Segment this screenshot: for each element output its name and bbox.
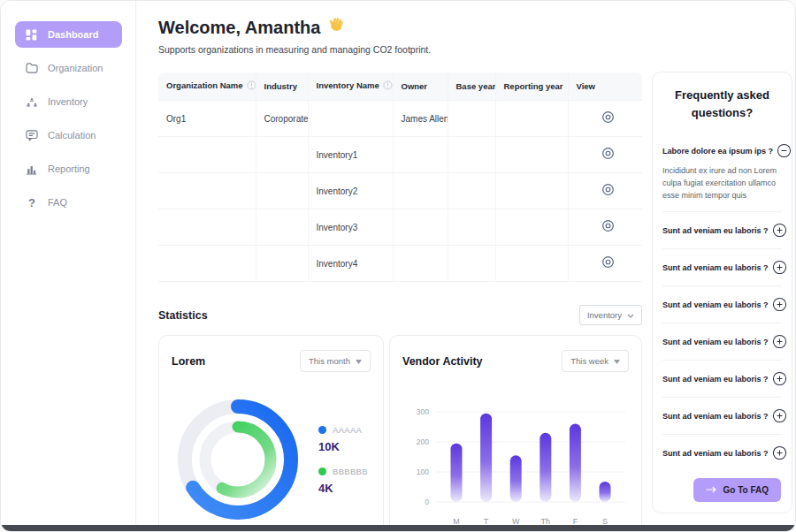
info-circle-icon[interactable]: [247, 80, 256, 92]
faq-question[interactable]: Labore dolore ea ipsum ips ?: [662, 133, 782, 169]
column-header-organization-name: Organization Name: [158, 72, 256, 101]
chevron-down-icon: [627, 310, 634, 320]
sidebar-item-faq[interactable]: ?FAQ: [15, 189, 122, 216]
sitemap-icon: [25, 96, 38, 108]
table-header-row: Organization NameIndustryInventory NameO…: [158, 72, 642, 101]
organizations-table: Organization NameIndustryInventory NameO…: [158, 72, 642, 282]
faq-item: Labore dolore ea ipsum ips ?Incididunt e…: [662, 133, 782, 202]
table-cell-base-year: [448, 101, 495, 137]
vendor-activity-card: Vendor Activity This week 0100200300MTWT…: [389, 335, 642, 532]
table-cell-reporting-year: [495, 246, 568, 282]
statistics-filter-dropdown[interactable]: Inventory: [579, 305, 642, 325]
faq-question[interactable]: Sunt ad veniam eu laboris ?: [662, 361, 782, 397]
view-button[interactable]: [601, 219, 615, 235]
table-cell-industry: [256, 173, 308, 209]
table-cell-owner: [393, 246, 448, 282]
plus-circle-icon[interactable]: [772, 334, 787, 349]
table-cell-owner: [393, 137, 448, 173]
go-to-faq-button[interactable]: Go To FAQ: [693, 478, 781, 502]
sidebar-item-reporting[interactable]: Reporting: [15, 156, 122, 182]
sidebar-item-organization[interactable]: Organization: [15, 55, 122, 81]
svg-text:?: ?: [28, 196, 35, 209]
donut-period-label: This month: [309, 356, 350, 366]
bar: [570, 424, 581, 502]
donut-period-dropdown[interactable]: This month: [300, 350, 371, 372]
faq-answer: Incididunt ex irure ad non Lorem culpa f…: [662, 165, 782, 202]
table-cell-view: [568, 209, 642, 246]
vendor-card-title: Vendor Activity: [402, 355, 483, 368]
plus-circle-icon[interactable]: [772, 260, 787, 275]
faq-question[interactable]: Sunt ad veniam eu laboris ?: [662, 398, 782, 434]
faq-question-text: Sunt ad veniam eu laboris ?: [662, 375, 769, 384]
plus-circle-icon[interactable]: [772, 371, 787, 386]
faq-question-text: Sunt ad veniam eu laboris ?: [662, 300, 769, 309]
table-cell-base-year: [448, 173, 495, 209]
chat-lines-icon: [25, 130, 38, 141]
table-cell-owner: [393, 209, 448, 246]
table-cell-inventory-name: Inventory2: [308, 173, 393, 209]
legend-value: 10K: [318, 440, 368, 453]
sidebar-item-inventory[interactable]: Inventory: [15, 88, 122, 115]
y-axis-tick-label: 0: [425, 498, 429, 506]
faq-question[interactable]: Sunt ad veniam eu laboris ?: [662, 249, 782, 285]
y-axis-tick-label: 200: [417, 437, 429, 446]
donut-legend: AAAAA10KBBBBBB4K: [318, 425, 368, 495]
faq-question[interactable]: Sunt ad veniam eu laboris ?: [662, 212, 782, 248]
caret-down-icon: [356, 356, 362, 366]
main-content: Welcome, Amantha Supports organizations …: [158, 1, 642, 532]
plus-circle-icon[interactable]: [772, 297, 787, 312]
faq-question[interactable]: Sunt ad veniam eu laboris ?: [662, 286, 782, 323]
faq-item: Sunt ad veniam eu laboris ?: [662, 323, 782, 360]
sidebar-item-dashboard[interactable]: Dashboard: [15, 21, 122, 48]
faq-question[interactable]: Sunt ad veniam eu laboris ?: [662, 323, 782, 360]
statistics-heading: Statistics: [158, 309, 208, 322]
faq-question[interactable]: Sunt ad veniam eu laboris ?: [662, 435, 782, 471]
table-cell-base-year: [448, 137, 495, 173]
column-header-base-year: Base year: [448, 72, 495, 101]
plus-circle-icon[interactable]: [772, 408, 787, 423]
faq-item: Sunt ad veniam eu laboris ?: [662, 248, 782, 285]
view-button[interactable]: [601, 255, 615, 271]
table-cell-owner: James Allen: [393, 101, 448, 137]
faq-question-text: Sunt ad veniam eu laboris ?: [662, 412, 769, 421]
view-button[interactable]: [601, 183, 615, 199]
arrow-right-icon: [706, 485, 716, 495]
table-cell-organization-name: [158, 246, 256, 282]
page-title: Welcome, Amantha: [158, 17, 642, 38]
vendor-period-label: This week: [570, 356, 608, 366]
view-button[interactable]: [601, 147, 615, 163]
sidebar-item-calculation[interactable]: Calculation: [15, 122, 122, 148]
dashboard-icon: [25, 29, 38, 41]
sidebar-item-label: Calculation: [48, 130, 96, 141]
table-cell-reporting-year: [495, 137, 568, 173]
bar: [451, 444, 463, 502]
faq-question-text: Sunt ad veniam eu laboris ?: [662, 449, 769, 458]
plus-circle-icon[interactable]: [772, 223, 787, 238]
table-cell-industry: [256, 137, 308, 173]
sidebar-item-label: Inventory: [48, 96, 88, 107]
page-subtitle: Supports organizations in measuring and …: [158, 44, 642, 55]
faq-item: Sunt ad veniam eu laboris ?: [662, 397, 782, 434]
bar: [510, 455, 522, 502]
table-cell-inventory-name: Inventory3: [308, 209, 393, 246]
plus-circle-icon[interactable]: [772, 445, 787, 460]
sidebar-item-label: Reporting: [48, 163, 90, 174]
sidebar-item-label: Dashboard: [48, 29, 98, 40]
table-row: Inventory1: [158, 137, 642, 173]
vendor-period-dropdown[interactable]: This week: [562, 350, 629, 372]
info-circle-icon[interactable]: [383, 80, 393, 92]
view-button[interactable]: [601, 110, 615, 126]
table-row: Inventory2: [158, 173, 642, 209]
table-cell-reporting-year: [495, 101, 568, 137]
table-cell-industry: Coroporate: [256, 101, 308, 137]
table-cell-reporting-year: [495, 209, 568, 246]
eye-icon: [601, 110, 615, 126]
donut-card-title: Lorem: [172, 355, 205, 368]
waving-hand-icon: [328, 17, 345, 38]
table-cell-view: [568, 173, 642, 209]
table-cell-organization-name: [158, 137, 256, 173]
statistics-header: Statistics Inventory: [158, 305, 642, 325]
table-cell-base-year: [448, 246, 495, 282]
legend-label: BBBBBB: [333, 467, 368, 476]
minus-circle-icon[interactable]: [777, 143, 792, 158]
